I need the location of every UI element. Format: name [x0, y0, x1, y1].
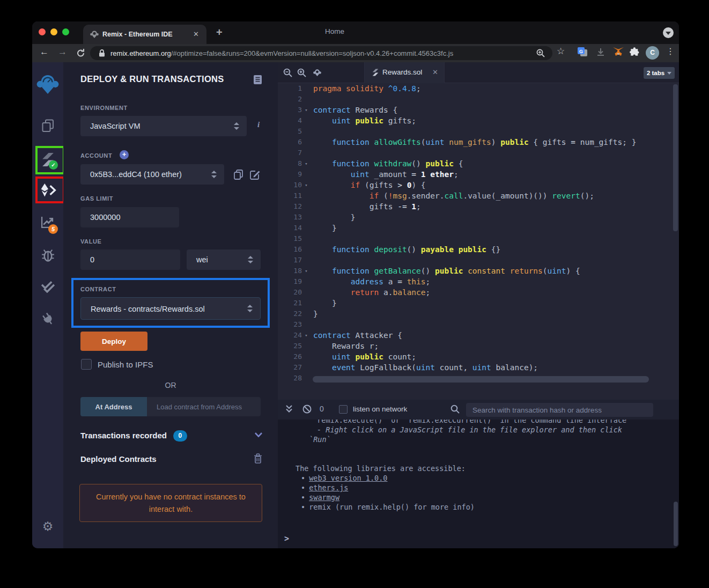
- fold-arrow-icon[interactable]: ▾: [302, 158, 311, 169]
- menu-dots-icon[interactable]: ⋮: [666, 46, 675, 56]
- sidebar-item-solidity-compiler[interactable]: ✓: [32, 152, 63, 175]
- collapse-terminal-icon[interactable]: [285, 405, 293, 413]
- translate-icon[interactable]: G: [577, 47, 588, 57]
- line-number: 14: [278, 223, 302, 233]
- fold-arrow-icon[interactable]: ▾: [302, 105, 311, 115]
- browser-tab[interactable]: Remix - Ethereum IDE ✕: [83, 25, 206, 44]
- line-number: 12: [278, 201, 302, 212]
- value-input[interactable]: [80, 249, 180, 270]
- value-label: VALUE: [80, 238, 101, 245]
- url-bar[interactable]: remix.ethereum.org/#optimize=false&runs=…: [90, 46, 552, 60]
- environment-value: JavaScript VM: [90, 122, 140, 130]
- traffic-minimize-button[interactable]: [50, 28, 57, 35]
- traffic-close-button[interactable]: [39, 28, 46, 35]
- panel-title: DEPLOY & RUN TRANSACTIONS: [80, 74, 224, 84]
- value-unit-select[interactable]: wei: [187, 249, 261, 270]
- traffic-zoom-button[interactable]: [62, 28, 69, 35]
- fold-arrow-icon[interactable]: ▾: [302, 180, 311, 190]
- sidebar-item-file-explorer[interactable]: [32, 119, 63, 133]
- sidebar-item-static-analysis[interactable]: [32, 281, 63, 293]
- zoom-out-icon[interactable]: [283, 68, 292, 77]
- bookmark-star-icon[interactable]: ☆: [557, 46, 565, 57]
- terminal-line: [278, 444, 675, 454]
- at-address-input[interactable]: [147, 397, 261, 416]
- terminal-link[interactable]: swarmgw: [309, 493, 339, 502]
- code-line: 6 function allowGifts(uint num_gifts) pu…: [278, 137, 679, 148]
- terminal-search-input[interactable]: [466, 403, 653, 417]
- copy-account-icon[interactable]: [234, 170, 243, 180]
- sidebar-item-analytics[interactable]: 5: [32, 216, 63, 239]
- documentation-book-icon[interactable]: [253, 75, 262, 85]
- terminal-line: •web3 version 1.0.0: [278, 473, 675, 483]
- metamask-icon[interactable]: [612, 47, 624, 57]
- contract-value: Rewards - contracts/Rewards.sol: [91, 305, 205, 313]
- lock-icon[interactable]: [99, 49, 105, 57]
- listen-network-checkbox[interactable]: [339, 405, 348, 414]
- account-label: ACCOUNT: [80, 152, 112, 159]
- trash-icon[interactable]: [254, 453, 262, 464]
- back-icon[interactable]: ←: [40, 47, 49, 57]
- reload-icon[interactable]: [76, 48, 85, 57]
- environment-select[interactable]: JavaScript VM: [80, 116, 247, 136]
- line-number: 26: [278, 351, 302, 362]
- vertical-scrollbar[interactable]: [673, 84, 678, 231]
- terminal-line: The following libraries are accessible:: [278, 464, 675, 473]
- tab-home[interactable]: Home: [325, 27, 344, 35]
- fold-arrow-icon[interactable]: ▾: [302, 266, 311, 276]
- code-line: 11 if (!msg.sender.call.value(_amount)()…: [278, 190, 679, 201]
- horizontal-scrollbar[interactable]: [313, 376, 649, 383]
- tab-rewards-sol[interactable]: Rewards.sol ✕: [364, 62, 445, 83]
- gas-limit-input[interactable]: [80, 207, 179, 227]
- publish-ipfs-label: Publish to IPFS: [98, 360, 153, 369]
- line-number: 4: [278, 115, 302, 126]
- terminal-line: •remix (run remix.help() for more info): [278, 502, 675, 512]
- line-number: 11: [278, 190, 302, 201]
- add-account-icon[interactable]: +: [120, 150, 129, 159]
- transactions-recorded-label: Transactions recorded: [80, 431, 167, 440]
- sidebar-item-plugin-manager[interactable]: [32, 312, 63, 326]
- line-number: 15: [278, 233, 302, 244]
- value-unit: wei: [196, 255, 208, 264]
- tab-title: Remix - Ethereum IDE: [102, 31, 173, 38]
- extensions-puzzle-icon[interactable]: [630, 47, 639, 57]
- download-icon[interactable]: [596, 48, 605, 56]
- tab-close-icon[interactable]: ✕: [432, 68, 438, 76]
- deploy-button[interactable]: Deploy: [80, 332, 147, 351]
- terminal-scrollbar[interactable]: [674, 502, 678, 546]
- profile-avatar[interactable]: C: [646, 46, 659, 60]
- terminal-prompt[interactable]: >: [284, 534, 289, 543]
- sidebar-item-deploy-and-run[interactable]: [32, 183, 63, 197]
- code-line: 25 Rewards r;: [278, 341, 679, 351]
- line-number: 7: [278, 148, 302, 158]
- url-text: remix.ethereum.org/#optimize=false&runs=…: [110, 49, 453, 57]
- line-number: 21: [278, 298, 302, 308]
- terminal-link[interactable]: web3 version 1.0.0: [309, 474, 387, 482]
- zoom-in-icon[interactable]: [297, 68, 306, 77]
- at-address-button[interactable]: At Address: [80, 397, 147, 416]
- bullet: •: [301, 483, 305, 492]
- new-tab-button[interactable]: +: [216, 26, 223, 39]
- sidebar-item-debugger[interactable]: [32, 248, 63, 262]
- terminal-line: •swarmgw: [278, 493, 675, 502]
- chevron-down-icon[interactable]: [255, 432, 262, 437]
- no-instances-notice: Currently you have no contract instances…: [79, 484, 262, 522]
- page-zoom-icon[interactable]: [536, 49, 545, 57]
- tab-search-icon[interactable]: [663, 27, 674, 38]
- sidebar-item-settings[interactable]: ⚙: [32, 519, 63, 534]
- terminal-line: [278, 454, 675, 464]
- edit-account-icon[interactable]: [250, 170, 260, 180]
- transactions-recorded-row[interactable]: Transactions recorded0: [80, 430, 187, 442]
- forward-icon[interactable]: →: [58, 47, 67, 57]
- contract-select[interactable]: Rewards - contracts/Rewards.sol: [80, 297, 261, 320]
- line-number: 24: [278, 330, 302, 341]
- publish-ipfs-checkbox[interactable]: [81, 359, 92, 370]
- environment-info-icon[interactable]: i: [257, 120, 260, 129]
- line-number: 1: [278, 83, 302, 94]
- terminal-link[interactable]: ethers.js: [309, 483, 348, 492]
- fold-arrow-icon[interactable]: ▾: [302, 330, 311, 341]
- tab-close-icon[interactable]: ✕: [193, 30, 199, 38]
- clear-console-icon[interactable]: [302, 405, 312, 414]
- account-select[interactable]: 0x5B3...eddC4 (100 ether): [80, 164, 224, 185]
- contract-label: CONTRACT: [80, 286, 116, 292]
- tabs-count-button[interactable]: 2 tabs: [644, 67, 675, 79]
